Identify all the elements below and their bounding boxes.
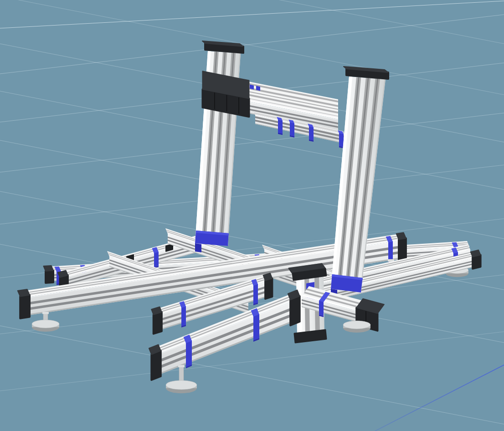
end-cap [18, 289, 30, 318]
end-cap [288, 290, 300, 326]
end-cap [471, 250, 481, 269]
cad-viewport[interactable] [0, 0, 504, 431]
end-cap [263, 273, 273, 299]
cad-viewport-canvas[interactable] [0, 0, 504, 431]
end-cap [151, 307, 162, 334]
end-cap [149, 344, 161, 380]
end-cap [44, 266, 54, 283]
leveling-foot[interactable] [343, 321, 370, 333]
